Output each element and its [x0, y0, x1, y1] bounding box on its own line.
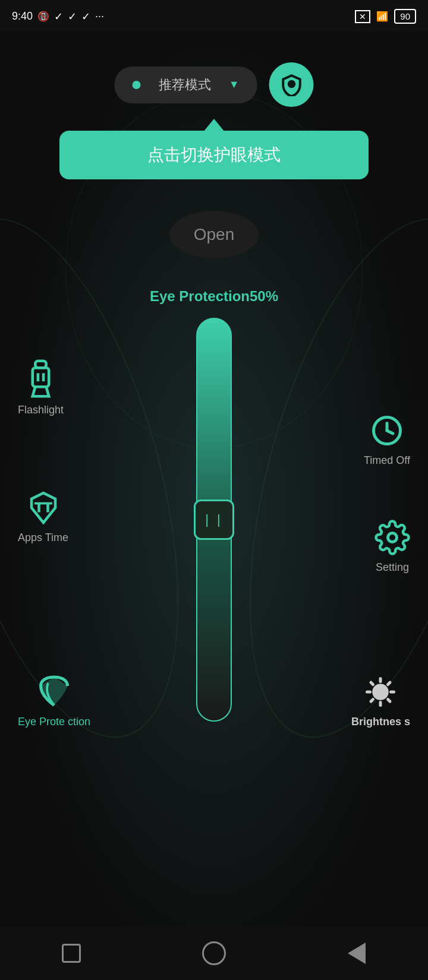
- svg-line-12: [387, 431, 393, 434]
- open-area: Open: [169, 211, 259, 258]
- flashlight-label: Flashlight: [18, 404, 64, 416]
- slider-track: | |: [196, 318, 232, 722]
- nav-recents-button[interactable]: [55, 937, 88, 970]
- timed-off-item[interactable]: Timed Off: [364, 413, 410, 467]
- eye-protection-label: Eye Protection50%: [150, 288, 278, 305]
- open-label: Open: [194, 225, 235, 244]
- chevron-down-icon: ▼: [229, 78, 240, 91]
- svg-rect-4: [33, 368, 49, 387]
- brightness-item[interactable]: Brightnes s: [351, 674, 410, 728]
- pause-icon: | |: [205, 512, 223, 527]
- tooltip-popup[interactable]: 点击切换护眼模式: [59, 131, 369, 179]
- shield-icon: [280, 74, 303, 96]
- eye-protection-side-label: Eye Prote ction: [18, 716, 90, 728]
- main-content: 推荐模式 ▼ 点击切换护眼模式 Open Eye Protection50% |…: [0, 33, 428, 980]
- more-icon: ···: [95, 10, 104, 23]
- shield-button[interactable]: [269, 62, 314, 107]
- nav-back-button[interactable]: [341, 937, 373, 970]
- sun-icon: [363, 674, 398, 710]
- mode-dot: [133, 81, 141, 89]
- brightness-label: Brightnes s: [351, 716, 410, 728]
- svg-line-21: [388, 682, 391, 685]
- gear-icon: [374, 520, 410, 555]
- apps-time-item[interactable]: Apps Time: [18, 490, 68, 544]
- slider-handle[interactable]: | |: [194, 500, 234, 540]
- tooltip-text: 点击切换护眼模式: [147, 146, 281, 164]
- battery-display: 90: [394, 9, 416, 24]
- recents-icon: [62, 944, 81, 963]
- status-bar: 9:40 📵 ✓ ✓ ✓ ··· ✕ 📶 90: [0, 0, 428, 33]
- apps-time-label: Apps Time: [18, 532, 68, 544]
- leaf-icon: [36, 674, 72, 710]
- time-display: 9:40: [12, 10, 33, 23]
- svg-line-20: [388, 700, 391, 702]
- status-right: ✕ 📶 90: [355, 9, 416, 24]
- eye-protection-item[interactable]: Eye Prote ction: [18, 674, 90, 728]
- mode-dropdown[interactable]: 推荐模式 ▼: [115, 67, 257, 103]
- setting-label: Setting: [376, 561, 409, 574]
- nav-home-button[interactable]: [198, 937, 231, 970]
- open-button[interactable]: Open: [169, 211, 259, 258]
- timed-off-label: Timed Off: [364, 454, 410, 467]
- wifi-icon: 📶: [376, 11, 388, 22]
- flashlight-item[interactable]: Flashlight: [18, 359, 64, 416]
- back-icon: [348, 943, 366, 964]
- status-left: 9:40 📵 ✓ ✓ ✓ ···: [12, 10, 104, 23]
- check-icon-2: ✓: [68, 10, 77, 23]
- svg-line-19: [371, 682, 373, 685]
- close-icon: ✕: [355, 10, 370, 23]
- signal-icon: 📵: [37, 11, 49, 22]
- check-icon-3: ✓: [81, 10, 90, 23]
- svg-line-22: [371, 700, 373, 702]
- apps-time-icon: [26, 490, 61, 526]
- svg-point-13: [388, 533, 397, 542]
- mode-label: 推荐模式: [150, 76, 220, 94]
- setting-item[interactable]: Setting: [374, 520, 410, 574]
- check-icon-1: ✓: [54, 10, 63, 23]
- svg-point-14: [373, 685, 388, 700]
- brightness-slider[interactable]: | |: [193, 318, 235, 734]
- flashlight-icon: [24, 359, 57, 398]
- clock-icon: [369, 413, 405, 448]
- mode-area: 推荐模式 ▼: [115, 62, 314, 107]
- home-icon: [202, 941, 226, 965]
- nav-bar: [0, 927, 428, 980]
